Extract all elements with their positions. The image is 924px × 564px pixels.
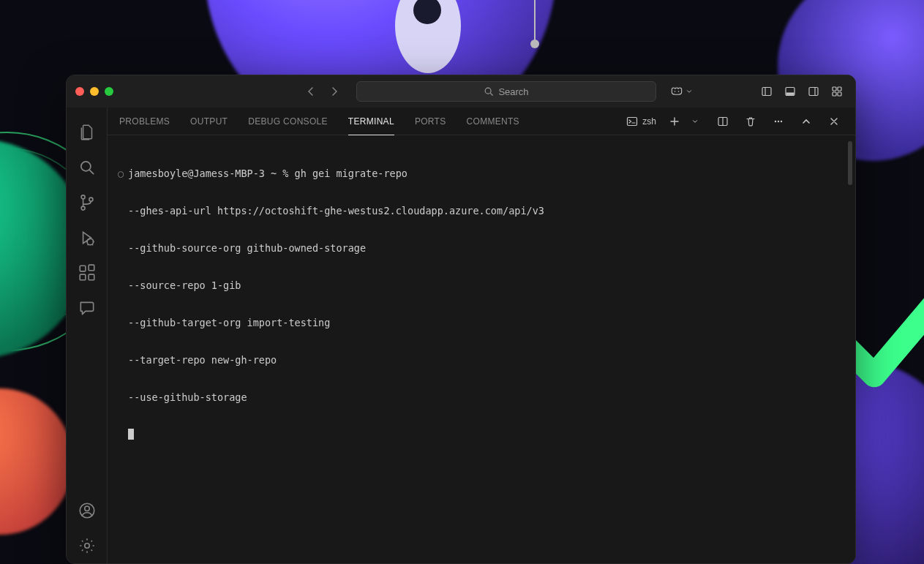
extensions-icon <box>78 263 97 282</box>
svg-rect-23 <box>628 117 637 125</box>
svg-point-12 <box>81 195 85 199</box>
svg-point-0 <box>486 88 492 94</box>
svg-rect-18 <box>89 274 94 280</box>
close-panel-button[interactable] <box>825 112 844 131</box>
command-center-search[interactable]: Search <box>356 81 656 102</box>
svg-rect-7 <box>833 87 836 91</box>
titlebar: Search <box>67 75 855 108</box>
layout-sidebar-right-button[interactable] <box>804 82 823 101</box>
window-minimize-button[interactable] <box>90 87 99 96</box>
tab-comments[interactable]: COMMENTS <box>467 108 519 135</box>
svg-point-26 <box>778 120 779 121</box>
svg-rect-9 <box>833 92 836 96</box>
vscode-window: Search <box>66 75 856 564</box>
maximize-panel-button[interactable] <box>797 112 816 131</box>
new-terminal-button[interactable] <box>665 112 684 131</box>
terminal-line: --github-target-org import-testing <box>128 317 330 329</box>
terminal-command-marker: ○ <box>118 168 128 180</box>
split-terminal-button[interactable] <box>713 112 732 131</box>
svg-point-27 <box>781 120 782 121</box>
account-icon <box>78 501 97 520</box>
svg-point-13 <box>81 206 85 210</box>
activity-extensions[interactable] <box>70 255 105 290</box>
svg-rect-19 <box>89 265 94 271</box>
svg-point-14 <box>89 198 92 201</box>
terminal-line: --ghes-api-url https://octoshift-ghe-wes… <box>128 205 544 217</box>
svg-point-1 <box>675 91 676 92</box>
panel-tabs: PROBLEMS OUTPUT DEBUG CONSOLE TERMINAL P… <box>108 108 855 135</box>
close-icon <box>828 116 840 127</box>
terminal-shell-selector[interactable]: zsh <box>626 116 656 127</box>
tab-problems[interactable]: PROBLEMS <box>119 108 170 135</box>
tab-debug-console[interactable]: DEBUG CONSOLE <box>248 108 328 135</box>
split-horizontal-icon <box>717 116 729 127</box>
kill-terminal-button[interactable] <box>741 112 760 131</box>
search-icon <box>484 86 494 97</box>
svg-rect-6 <box>809 88 818 96</box>
chat-icon <box>78 298 97 317</box>
chevron-down-icon <box>686 88 693 95</box>
svg-point-22 <box>84 544 89 549</box>
activity-explorer[interactable] <box>70 115 105 150</box>
svg-rect-10 <box>838 92 841 96</box>
svg-point-2 <box>678 91 680 92</box>
terminal-shell-name: zsh <box>642 116 656 127</box>
terminal-line: --source-repo 1-gib <box>128 279 241 292</box>
svg-rect-8 <box>838 87 841 91</box>
svg-rect-3 <box>762 88 771 96</box>
terminal-line: --target-repo new-gh-repo <box>128 354 277 366</box>
svg-point-21 <box>84 506 89 511</box>
window-close-button[interactable] <box>75 87 84 96</box>
svg-point-15 <box>87 238 94 245</box>
terminal-scrollbar[interactable] <box>848 141 852 185</box>
copilot-menu[interactable] <box>669 84 693 99</box>
terminal-more-button[interactable] <box>769 112 788 131</box>
customize-layout-button[interactable] <box>827 82 846 101</box>
tab-ports[interactable]: PORTS <box>415 108 446 135</box>
search-placeholder: Search <box>498 86 528 97</box>
activity-chat[interactable] <box>70 290 105 326</box>
debug-icon <box>78 228 97 247</box>
new-terminal-dropdown[interactable] <box>686 112 705 131</box>
chevron-down-icon <box>691 118 699 125</box>
terminal-viewport[interactable]: ○jamesboyle@Jamess-MBP-3 ~ % gh gei migr… <box>108 135 855 563</box>
activity-source-control[interactable] <box>70 185 105 220</box>
files-icon <box>78 123 97 142</box>
copilot-icon <box>669 84 684 99</box>
search-icon <box>78 158 97 177</box>
nav-forward-button[interactable] <box>326 83 343 100</box>
trash-icon <box>745 116 756 127</box>
gear-icon <box>78 536 97 555</box>
activity-settings[interactable] <box>70 528 105 563</box>
terminal-line: --use-github-storage <box>128 391 247 404</box>
svg-point-11 <box>80 162 90 171</box>
ellipsis-icon <box>773 116 784 127</box>
activity-search[interactable] <box>70 150 105 185</box>
tab-terminal[interactable]: TERMINAL <box>348 108 394 135</box>
svg-rect-16 <box>80 266 86 271</box>
chevron-up-icon <box>800 116 812 127</box>
branch-icon <box>78 193 97 212</box>
terminal-icon <box>626 116 638 127</box>
activity-accounts[interactable] <box>70 493 105 528</box>
window-controls <box>75 87 113 96</box>
layout-sidebar-left-button[interactable] <box>757 82 776 101</box>
activity-bar <box>67 108 108 563</box>
plus-icon <box>669 116 680 127</box>
tab-output[interactable]: OUTPUT <box>190 108 228 135</box>
terminal-line: jamesboyle@Jamess-MBP-3 ~ % gh gei migra… <box>128 168 407 180</box>
activity-run-debug[interactable] <box>70 220 105 255</box>
svg-rect-5 <box>786 93 795 95</box>
terminal-line: --github-source-org github-owned-storage <box>128 242 366 255</box>
svg-rect-17 <box>80 274 86 280</box>
terminal-cursor <box>128 429 134 440</box>
panel-area: PROBLEMS OUTPUT DEBUG CONSOLE TERMINAL P… <box>108 108 855 563</box>
svg-point-25 <box>775 120 776 121</box>
nav-back-button[interactable] <box>302 83 320 100</box>
layout-panel-bottom-button[interactable] <box>781 82 800 101</box>
window-maximize-button[interactable] <box>105 87 113 96</box>
